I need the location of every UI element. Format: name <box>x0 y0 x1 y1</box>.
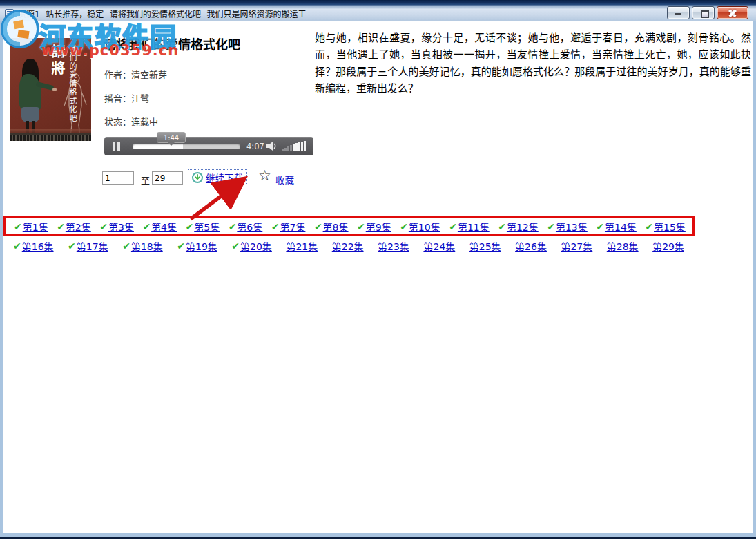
cover-grate <box>10 133 91 141</box>
narrator-row: 播音：江鹭 <box>104 91 149 104</box>
check-icon: ✔ <box>357 221 365 232</box>
episode-item[interactable]: ✔第1集 <box>14 220 48 234</box>
episode-link[interactable]: 第26集 <box>515 239 547 253</box>
episode-item[interactable]: 第25集 <box>469 239 501 253</box>
episode-item[interactable]: 第28集 <box>607 239 639 253</box>
episode-item[interactable]: ✔第10集 <box>400 220 440 234</box>
episode-row-1: ✔第1集✔第2集✔第3集✔第4集✔第5集✔第6集✔第7集✔第8集✔第9集✔第10… <box>14 220 686 234</box>
author-value: 清空新芽 <box>131 70 167 80</box>
episode-link[interactable]: 第19集 <box>186 239 217 253</box>
volume-bars[interactable] <box>282 141 306 151</box>
episode-item[interactable]: 第27集 <box>561 239 592 253</box>
check-icon: ✔ <box>645 221 653 232</box>
episode-link[interactable]: 第28集 <box>607 239 639 253</box>
check-icon: ✔ <box>14 221 22 232</box>
episode-link[interactable]: 第16集 <box>22 239 54 253</box>
book-title: 请将我们的爱情格式化吧 <box>104 35 240 53</box>
red-highlight-box: ✔第1集✔第2集✔第3集✔第4集✔第5集✔第6集✔第7集✔第8集✔第9集✔第10… <box>3 216 695 236</box>
window-controls <box>667 6 748 19</box>
episode-item[interactable]: 第22集 <box>332 239 364 253</box>
episode-item[interactable]: ✔第11集 <box>449 220 490 234</box>
episode-item[interactable]: ✔第15集 <box>645 220 686 234</box>
episode-link[interactable]: 第13集 <box>556 220 588 234</box>
episode-link[interactable]: 第24集 <box>423 239 455 253</box>
check-icon: ✔ <box>99 221 108 232</box>
episode-link[interactable]: 第15集 <box>654 220 686 234</box>
episode-item[interactable]: ✔第20集 <box>231 239 272 253</box>
audio-player: 1:44 4:07 <box>104 137 313 155</box>
episode-item[interactable]: ✔第16集 <box>13 239 54 253</box>
player-track[interactable] <box>133 144 240 149</box>
status-row: 状态：连载中 <box>104 115 158 128</box>
episode-item[interactable]: ✔第2集 <box>57 220 91 234</box>
cover-title-main: 請將 <box>48 44 68 77</box>
episode-link[interactable]: 第4集 <box>151 220 177 234</box>
speaker-icon[interactable] <box>266 141 278 151</box>
narrator-label: 播音： <box>104 93 131 104</box>
episode-link[interactable]: 第14集 <box>605 220 637 234</box>
episode-link[interactable]: 第27集 <box>561 239 592 253</box>
episode-item[interactable]: ✔第4集 <box>142 220 177 234</box>
episode-item[interactable]: ✔第14集 <box>596 220 637 234</box>
status-label: 状态： <box>104 117 131 127</box>
author-row: 作者：清空新芽 <box>104 68 167 81</box>
episode-link[interactable]: 第21集 <box>286 239 318 253</box>
episode-item[interactable]: 第29集 <box>652 239 684 253</box>
episode-item[interactable]: ✔第5集 <box>186 220 220 234</box>
episode-link[interactable]: 第12集 <box>507 220 539 234</box>
episode-link[interactable]: 第25集 <box>469 239 501 253</box>
episode-link[interactable]: 第1集 <box>23 220 48 234</box>
episode-row-2: ✔第16集✔第17集✔第18集✔第19集✔第20集第21集第22集第23集第24… <box>13 239 684 253</box>
download-arrow-icon <box>192 172 203 183</box>
check-icon: ✔ <box>142 221 151 232</box>
episode-link[interactable]: 第18集 <box>131 239 163 253</box>
narrator-value: 江鹭 <box>131 93 149 104</box>
continue-download-button[interactable]: 继续下载 <box>188 169 247 185</box>
episode-item[interactable]: 第24集 <box>423 239 455 253</box>
episode-item[interactable]: ✔第17集 <box>68 239 108 253</box>
episode-link[interactable]: 第23集 <box>378 239 409 253</box>
episode-link[interactable]: 第9集 <box>366 220 391 234</box>
episode-link[interactable]: 第22集 <box>332 239 364 253</box>
episode-link[interactable]: 第29集 <box>652 239 684 253</box>
check-icon: ✔ <box>122 240 130 252</box>
star-icon[interactable]: ☆ <box>258 169 271 183</box>
episode-link[interactable]: 第3集 <box>108 220 134 234</box>
episode-item[interactable]: ✔第12集 <box>498 220 539 234</box>
episode-item[interactable]: 第21集 <box>286 239 318 253</box>
book-description: 她与她，相识在盛夏，缘分十足，无话不谈；她与他，邂逅于春日，充满戏剧，刻骨铭心。… <box>315 30 751 97</box>
maximize-button[interactable] <box>692 6 715 19</box>
episode-link[interactable]: 第6集 <box>237 220 262 234</box>
check-icon: ✔ <box>68 240 76 252</box>
episode-link[interactable]: 第5集 <box>194 220 220 234</box>
favorite-link[interactable]: 收藏 <box>275 173 294 187</box>
episode-link[interactable]: 第10集 <box>409 220 440 234</box>
app-icon <box>5 9 14 18</box>
episode-item[interactable]: ✔第9集 <box>357 220 391 234</box>
pause-button[interactable] <box>112 142 122 151</box>
check-icon: ✔ <box>229 221 237 232</box>
episode-item[interactable]: ✔第13集 <box>547 220 588 234</box>
episode-link[interactable]: 第7集 <box>280 220 305 234</box>
episode-link[interactable]: 第8集 <box>323 220 349 234</box>
app-window: 资源1--站长推荐，稳定--请将我们的爱情格式化吧--我们只是网络资源的搬运工 … <box>0 0 756 539</box>
episode-item[interactable]: ✔第6集 <box>229 220 263 234</box>
episode-item[interactable]: ✔第8集 <box>314 220 349 234</box>
playback-time-tooltip: 1:44 <box>157 132 186 143</box>
episode-item[interactable]: 第23集 <box>378 239 409 253</box>
episode-link[interactable]: 第20集 <box>240 239 272 253</box>
check-icon: ✔ <box>498 221 506 232</box>
range-end-input[interactable] <box>152 171 183 185</box>
episode-link[interactable]: 第11集 <box>458 220 490 234</box>
episode-item[interactable]: ✔第3集 <box>99 220 134 234</box>
episode-link[interactable]: 第17集 <box>77 239 108 253</box>
close-button[interactable] <box>717 6 748 19</box>
minimize-button[interactable] <box>667 6 690 19</box>
author-label: 作者： <box>104 70 131 80</box>
episode-item[interactable]: ✔第19集 <box>177 239 217 253</box>
episode-item[interactable]: ✔第7集 <box>271 220 306 234</box>
episode-item[interactable]: 第26集 <box>515 239 547 253</box>
range-start-input[interactable] <box>102 171 134 185</box>
episode-item[interactable]: ✔第18集 <box>122 239 163 253</box>
episode-link[interactable]: 第2集 <box>66 220 91 234</box>
